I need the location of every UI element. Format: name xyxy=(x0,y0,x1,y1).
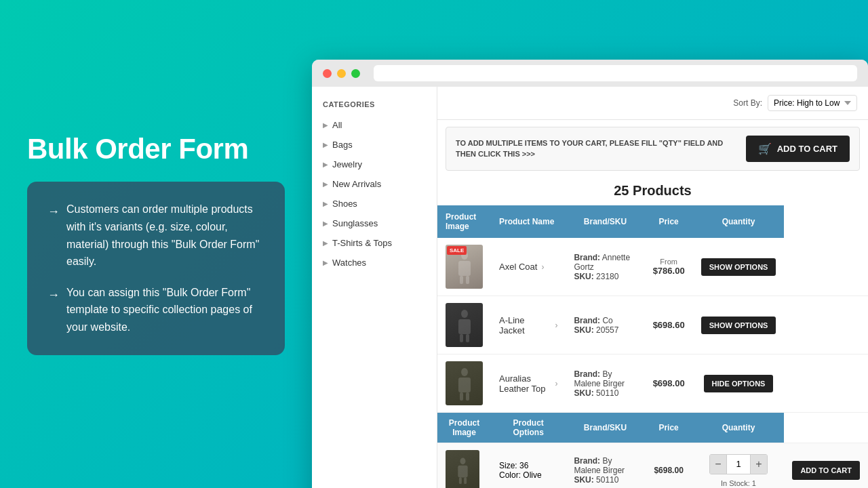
info-box: → Customers can order multiple products … xyxy=(27,182,285,354)
sidebar-item-shoes[interactable]: ▶ Shoes xyxy=(312,194,437,214)
options-header-row: Product Image Product Options Brand/SKU … xyxy=(437,413,868,443)
color-option: Color: Olive xyxy=(499,470,557,480)
brand-sku-cell-2: Brand: Co SKU: 20557 xyxy=(566,296,644,354)
sidebar-item-jewelry[interactable]: ▶ Jewelry xyxy=(312,155,437,174)
product-silhouette-3 xyxy=(454,367,475,401)
col-header-image: Product Image xyxy=(437,205,491,238)
expanded-silhouette xyxy=(454,457,471,484)
product-silhouette-1 xyxy=(454,250,475,284)
page-title: Bulk Order Form xyxy=(27,133,285,165)
sku-value-2: 20557 xyxy=(596,325,618,335)
brand-sku-cell-1: Brand: Annette Gortz SKU: 23180 xyxy=(566,238,644,296)
product-name-cell-2[interactable]: A-Line Jacket › xyxy=(491,296,566,354)
sidebar-label-all: All xyxy=(332,120,342,130)
sale-badge-1: SALE xyxy=(447,246,467,255)
url-bar[interactable] xyxy=(374,65,857,81)
maximize-dot[interactable] xyxy=(351,69,360,78)
minimize-dot[interactable] xyxy=(337,69,346,78)
hide-options-btn-3[interactable]: HIDE OPTIONS xyxy=(704,375,774,392)
browser-titlebar xyxy=(312,60,868,87)
svg-rect-3 xyxy=(466,276,469,284)
sidebar-item-watches[interactable]: ▶ Watches xyxy=(312,253,437,272)
sidebar-label-new-arrivals: New Arrivals xyxy=(332,179,381,189)
expanded-sku-label: SKU: xyxy=(574,475,593,485)
product-image-2 xyxy=(446,303,483,347)
sku-label-2: SKU: xyxy=(574,325,593,335)
sidebar-item-tshirts[interactable]: ▶ T-Shirts & Tops xyxy=(312,233,437,253)
qty-increase-btn[interactable]: + xyxy=(751,455,767,474)
col-header-name: Product Name xyxy=(491,205,566,238)
qty-input[interactable] xyxy=(726,455,751,474)
sidebar-arrow-tshirts: ▶ xyxy=(323,239,328,247)
size-value: 36 xyxy=(519,461,528,470)
in-stock-label: In Stock: 1 xyxy=(721,479,756,487)
products-table: Product Image Product Name Brand/SKU Pri… xyxy=(437,205,868,488)
arrow-icon-1: → xyxy=(47,202,60,222)
expanded-price-value: $698.00 xyxy=(654,466,683,475)
show-options-btn-2[interactable]: SHOW OPTIONS xyxy=(701,317,776,334)
size-option: Size: 36 xyxy=(499,461,557,470)
categories-title: CATEGORIES xyxy=(312,100,437,115)
product-name-cell-1[interactable]: Axel Coat › xyxy=(491,238,566,296)
sidebar-item-all[interactable]: ▶ All xyxy=(312,115,437,135)
sidebar-arrow-bags: ▶ xyxy=(323,141,328,148)
add-to-cart-row-btn[interactable]: ADD TO CART xyxy=(792,461,860,480)
sidebar-arrow-jewelry: ▶ xyxy=(323,161,328,168)
product-name-link-3[interactable]: Auralias Leather Top › xyxy=(499,373,557,394)
expanded-product-image xyxy=(446,450,479,488)
sidebar-arrow-sunglasses: ▶ xyxy=(323,220,328,227)
col-header-price: Price xyxy=(645,205,693,238)
expanded-options-cell: Size: 36 Color: Olive xyxy=(491,443,566,489)
brand-label-2: Brand: xyxy=(574,316,600,325)
sort-label: Sort By: xyxy=(733,98,762,108)
chevron-right-icon-1: › xyxy=(541,262,544,272)
options-col-price: Price xyxy=(645,413,693,443)
browser-content: CATEGORIES ▶ All ▶ Bags ▶ Jewelry ▶ New … xyxy=(312,87,868,488)
product-name-link-2[interactable]: A-Line Jacket › xyxy=(499,315,557,336)
cart-icon: 🛒 xyxy=(758,142,772,155)
svg-rect-15 xyxy=(464,477,467,484)
expanded-action-cell[interactable]: ADD TO CART xyxy=(784,443,868,489)
sidebar-label-watches: Watches xyxy=(332,258,366,268)
size-label: Size: xyxy=(499,461,517,470)
left-panel: Bulk Order Form → Customers can order mu… xyxy=(27,0,285,488)
browser-window: CATEGORIES ▶ All ▶ Bags ▶ Jewelry ▶ New … xyxy=(312,60,868,488)
qty-cell-2[interactable]: SHOW OPTIONS xyxy=(693,296,785,354)
expanded-brand-label: Brand: xyxy=(574,456,600,466)
arrow-icon-2: → xyxy=(47,285,60,305)
show-options-btn-1[interactable]: SHOW OPTIONS xyxy=(701,258,776,276)
sidebar-label-sunglasses: Sunglasses xyxy=(332,218,378,228)
product-name-link-1[interactable]: Axel Coat › xyxy=(499,262,557,272)
brand-label-3: Brand: xyxy=(574,369,600,379)
main-area: Sort By: Price: High to Low Price: Low t… xyxy=(437,87,868,488)
qty-decrease-btn[interactable]: − xyxy=(710,455,726,474)
svg-rect-2 xyxy=(460,276,463,284)
sidebar-item-sunglasses[interactable]: ▶ Sunglasses xyxy=(312,214,437,233)
product-name-cell-3[interactable]: Auralias Leather Top › xyxy=(491,354,566,413)
svg-point-4 xyxy=(461,310,468,318)
color-label: Color: xyxy=(499,470,521,480)
qty-stepper[interactable]: − + xyxy=(709,454,768,474)
expanded-image-cell xyxy=(437,443,491,489)
color-value: Olive xyxy=(523,470,541,480)
svg-rect-5 xyxy=(458,319,471,334)
svg-rect-9 xyxy=(458,378,471,392)
close-dot[interactable] xyxy=(323,69,332,78)
sidebar-item-bags[interactable]: ▶ Bags xyxy=(312,135,437,155)
sku-label-3: SKU: xyxy=(574,388,593,398)
qty-cell-1[interactable]: SHOW OPTIONS xyxy=(693,238,785,296)
options-col-options: Product Options xyxy=(491,413,566,443)
add-to-cart-button[interactable]: 🛒 ADD TO CART xyxy=(746,136,850,162)
expanded-brand-cell: Brand: By Malene Birger SKU: 50110 xyxy=(566,443,644,489)
price-cell-2: $698.60 xyxy=(645,296,693,354)
products-count: 25 Products xyxy=(437,178,868,205)
svg-rect-1 xyxy=(458,261,471,276)
table-row: Auralias Leather Top › Brand: By Malene … xyxy=(437,354,868,413)
sidebar-item-new-arrivals[interactable]: ▶ New Arrivals xyxy=(312,174,437,194)
qty-cell-3[interactable]: HIDE OPTIONS xyxy=(693,354,785,413)
brand-sku-cell-3: Brand: By Malene Birger SKU: 50110 xyxy=(566,354,644,413)
product-name-3: Auralias Leather Top xyxy=(499,373,551,394)
add-to-cart-label: ADD TO CART xyxy=(777,144,837,154)
sort-select[interactable]: Price: High to Low Price: Low to High Fe… xyxy=(768,95,857,111)
table-header-row: Product Image Product Name Brand/SKU Pri… xyxy=(437,205,868,238)
